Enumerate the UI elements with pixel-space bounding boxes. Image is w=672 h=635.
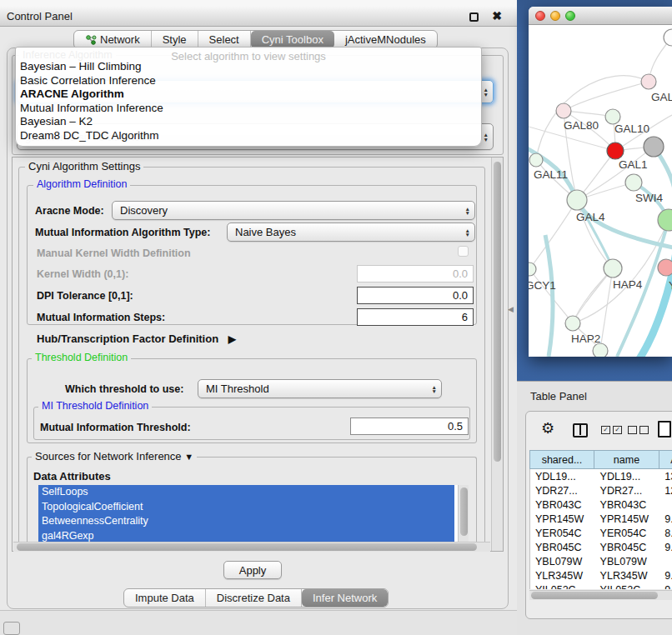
table-row[interactable]: YDR27... YDR27... 12 <box>530 483 672 498</box>
mi-steps-field[interactable]: 6 <box>357 308 474 326</box>
tab-select[interactable]: Select <box>198 31 251 48</box>
node-gal-cut[interactable] <box>641 74 656 89</box>
kernel-width-field[interactable]: 0.0 <box>357 265 474 282</box>
kernel-width-label: Kernel Width (0,1): <box>37 268 128 280</box>
tab-style-label: Style <box>163 33 187 46</box>
table-hscrollbar-thumb[interactable] <box>531 592 658 599</box>
node-label: GAL10 <box>614 122 649 135</box>
cell-name: YLR345W <box>595 568 660 582</box>
attributes-scrollbar[interactable] <box>458 485 469 547</box>
table-row[interactable]: YIL052C YIL052C 9. <box>530 582 672 589</box>
settings-hscrollbar[interactable] <box>13 542 490 552</box>
tab-network[interactable]: Network <box>74 31 152 48</box>
table-row[interactable]: YLR345W YLR345W 9. <box>530 568 672 582</box>
data-attributes-list: SelfLoops TopologicalCoefficient Between… <box>38 485 469 547</box>
column-header-name[interactable]: name <box>594 450 659 469</box>
tab-style[interactable]: Style <box>152 31 198 48</box>
dpi-tolerance-field[interactable]: 0.0 <box>357 287 474 304</box>
popup-item-selected[interactable]: ARACNE Algorithm <box>16 88 481 102</box>
node-red[interactable] <box>607 142 624 159</box>
hub-section-toggle[interactable]: Hub/Transcription Factor Definition ▶ <box>37 332 236 345</box>
which-threshold-combo[interactable]: MI Threshold ▲▼ <box>198 379 442 398</box>
network-canvas[interactable]: GAL GAL80 GAL10 GAL11 GAL1 SWI4 GAL4 GCY… <box>529 25 672 357</box>
node-gal11[interactable] <box>529 153 543 167</box>
attributes-scrollbar-thumb[interactable] <box>460 488 468 536</box>
zoom-traffic-light-icon[interactable] <box>565 11 575 21</box>
aracne-mode-combo[interactable]: Discovery ▲▼ <box>112 201 475 220</box>
popup-item[interactable]: Mutual Information Inference <box>16 102 481 116</box>
cell-name: YER054C <box>595 526 660 540</box>
columns-icon[interactable] <box>573 423 588 438</box>
cell-name: YDL19... <box>595 469 660 483</box>
sources-group-title[interactable]: Sources for Network Inference ▼ <box>32 450 197 462</box>
which-threshold-value: MI Threshold <box>206 382 269 395</box>
node-gal80[interactable] <box>556 103 571 118</box>
node-partial-top[interactable] <box>664 29 672 46</box>
table-hscrollbar[interactable] <box>529 590 672 600</box>
settings-vscrollbar-thumb[interactable] <box>494 162 501 462</box>
attribute-item[interactable]: BetweennessCentrality <box>38 514 454 529</box>
attribute-item[interactable]: SelfLoops <box>38 485 454 500</box>
table-row[interactable]: YDL19... YDL19... 13 <box>530 469 672 483</box>
table-row[interactable]: YBL079W YBL079W <box>530 554 672 568</box>
node-gal1[interactable] <box>625 174 642 191</box>
deselect-all-checkboxes-icon[interactable] <box>628 426 649 434</box>
cell-value: 8. <box>659 526 672 540</box>
cell-shared-name: YDR27... <box>530 483 595 498</box>
node-hap4[interactable] <box>604 259 622 278</box>
tab-cyni-toolbox[interactable]: Cyni Toolbox <box>251 31 334 48</box>
tab-infer-network[interactable]: Infer Network <box>302 589 388 607</box>
node-gray[interactable] <box>644 137 664 157</box>
table-row[interactable]: YBR043C YBR043C <box>530 498 672 512</box>
data-attributes-label: Data Attributes <box>33 470 111 482</box>
combo-arrows-icon: ▲▼ <box>465 206 470 215</box>
mi-threshold-label: Mutual Information Threshold: <box>40 422 191 433</box>
tab-jactivemnodules-label: jActiveMNodules <box>345 33 426 46</box>
mi-threshold-field[interactable]: 0.5 <box>350 418 469 435</box>
node-pink-right[interactable] <box>658 259 672 276</box>
popup-prompt: Select algorithm to view settings <box>16 48 481 60</box>
node-gal4[interactable] <box>567 190 587 210</box>
popup-item[interactable]: Dream8 DC_TDC Algorithm <box>16 129 481 143</box>
attribute-item[interactable]: TopologicalCoefficient <box>38 500 454 515</box>
table-row[interactable]: YER054C YER054C 8. <box>530 526 672 540</box>
table-row[interactable]: YPR145W YPR145W 9. <box>530 512 672 526</box>
node-partial-bottom[interactable] <box>593 343 608 357</box>
panel-collapse-icon[interactable]: ◀ <box>508 305 514 313</box>
close-traffic-light-icon[interactable] <box>535 11 545 21</box>
tab-jactivemnodules[interactable]: jActiveMNodules <box>334 31 437 48</box>
tab-impute-data[interactable]: Impute Data <box>124 589 206 607</box>
settings-vscrollbar[interactable] <box>491 158 503 551</box>
tab-cyni-toolbox-label: Cyni Toolbox <box>262 33 323 46</box>
column-header-shared-name[interactable]: shared... <box>529 450 594 469</box>
document-icon[interactable] <box>658 421 671 438</box>
mi-type-combo[interactable]: Naive Bayes ▲▼ <box>227 222 475 242</box>
table-row[interactable]: YBR045C YBR045C 9. <box>530 540 672 554</box>
mi-type-value: Naive Bayes <box>235 226 296 238</box>
minimize-traffic-light-icon[interactable] <box>550 11 560 21</box>
node-hap2[interactable] <box>565 316 580 331</box>
table-panel: Table Panel ⚙ ✓✓ shared... name A YDL19.… <box>517 381 672 635</box>
select-all-checkboxes-icon[interactable]: ✓✓ <box>601 426 622 434</box>
network-icon <box>85 34 97 46</box>
node-gcy1[interactable] <box>529 262 536 276</box>
settings-hscrollbar-thumb[interactable] <box>17 543 477 551</box>
network-window-titlebar[interactable] <box>529 7 672 25</box>
combo-arrows-icon: ▲▼ <box>465 228 470 237</box>
apply-button[interactable]: Apply <box>223 561 282 579</box>
node-table: shared... name A YDL19... YDL19... 13 YD… <box>529 450 672 589</box>
manual-kernel-checkbox[interactable] <box>458 246 469 257</box>
taskbar-mini-button[interactable] <box>3 622 20 635</box>
tab-discretize-data[interactable]: Discretize Data <box>206 589 302 607</box>
column-header-cut[interactable]: A <box>659 450 672 469</box>
close-icon[interactable]: ✖ <box>492 9 502 22</box>
node-label: HAP4 <box>613 278 643 291</box>
tab-network-label: Network <box>100 33 140 46</box>
node-green-right[interactable] <box>658 209 672 231</box>
gear-icon[interactable]: ⚙ <box>541 419 554 438</box>
popup-item[interactable]: Basic Correlation Inference <box>16 74 481 88</box>
aracne-mode-value: Discovery <box>120 204 168 217</box>
popup-item[interactable]: Bayesian – K2 <box>16 115 481 129</box>
float-window-icon[interactable] <box>469 12 479 22</box>
network-view-window: GAL GAL80 GAL10 GAL11 GAL1 SWI4 GAL4 GCY… <box>529 7 672 357</box>
